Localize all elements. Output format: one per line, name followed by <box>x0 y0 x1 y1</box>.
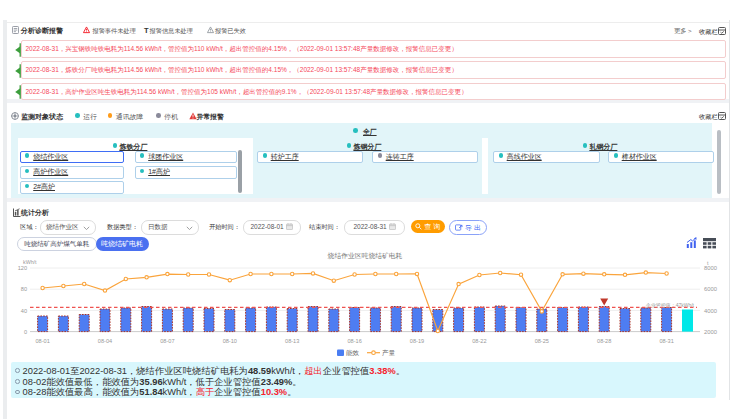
svg-text:120: 120 <box>18 265 27 271</box>
svg-text:08-19: 08-19 <box>410 338 424 344</box>
svg-text:0: 0 <box>24 329 27 335</box>
svg-text:能效: 能效 <box>346 349 360 357</box>
svg-text:08-28: 08-28 <box>597 338 611 344</box>
svg-text:08-04: 08-04 <box>98 338 112 344</box>
svg-text:08-01: 08-01 <box>35 338 49 344</box>
svg-text:6000: 6000 <box>704 286 717 292</box>
svg-text:kWh/t: kWh/t <box>23 259 37 265</box>
svg-text:企业管控值：47kWh/t: 企业管控值：47kWh/t <box>646 302 695 309</box>
svg-text:08-16: 08-16 <box>347 338 361 344</box>
svg-text:08-31: 08-31 <box>659 338 673 344</box>
svg-text:08-07: 08-07 <box>160 338 174 344</box>
svg-text:08-13: 08-13 <box>285 338 299 344</box>
svg-text:4000: 4000 <box>704 308 717 314</box>
svg-text:80: 80 <box>21 286 27 292</box>
svg-text:08-25: 08-25 <box>535 338 549 344</box>
svg-text:2000: 2000 <box>704 329 717 335</box>
svg-text:40: 40 <box>21 308 27 314</box>
svg-text:产量: 产量 <box>382 349 396 356</box>
svg-text:08-22: 08-22 <box>472 338 486 344</box>
svg-text:8000: 8000 <box>704 265 717 271</box>
svg-text:08-10: 08-10 <box>223 338 237 344</box>
